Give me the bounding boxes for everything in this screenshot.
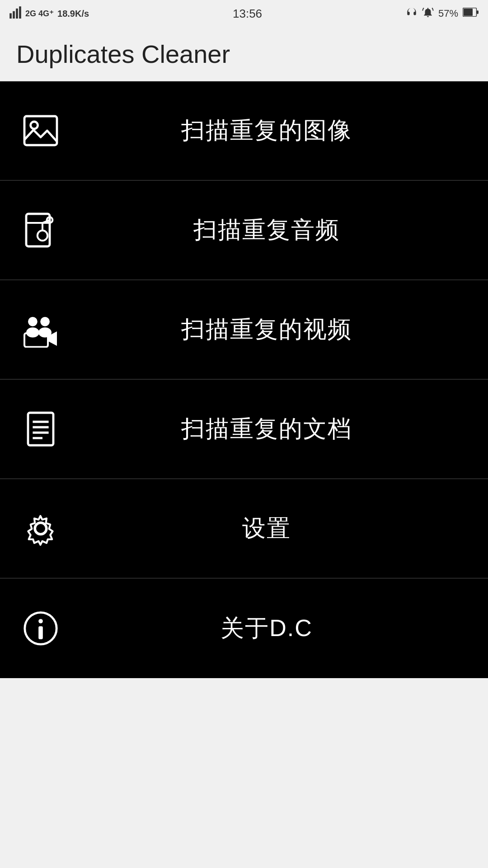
svg-point-26 <box>35 523 47 534</box>
status-bar: 2G 4G⁺ 18.9K/s 13:56 57% <box>0 0 488 27</box>
svg-rect-7 <box>24 116 57 145</box>
scan-docs-item[interactable]: 扫描重复的文档 <box>0 380 488 479</box>
svg-point-11 <box>38 231 47 241</box>
battery-text: 57% <box>438 8 458 19</box>
svg-rect-5 <box>464 9 473 16</box>
page-title: Duplicates Cleaner <box>16 39 230 69</box>
audio-icon <box>18 208 63 253</box>
svg-point-16 <box>28 317 38 326</box>
network-type: 2G 4G⁺ <box>25 9 54 19</box>
scan-video-item[interactable]: 扫描重复的视频 <box>0 280 488 380</box>
clock: 13:56 <box>233 7 262 21</box>
headphone-icon <box>406 6 418 21</box>
svg-rect-6 <box>477 10 479 14</box>
info-icon <box>18 606 63 651</box>
image-icon <box>18 108 63 153</box>
svg-rect-21 <box>28 413 53 445</box>
svg-rect-2 <box>16 9 18 19</box>
svg-rect-0 <box>9 13 12 19</box>
scan-audio-label: 扫描重复音频 <box>63 214 470 246</box>
gear-icon <box>18 506 63 551</box>
settings-label: 设置 <box>63 513 470 544</box>
video-icon <box>18 307 63 352</box>
main-menu: 扫描重复的图像 扫描重复音频 <box>0 81 488 678</box>
svg-rect-1 <box>13 11 15 19</box>
scan-docs-label: 扫描重复的文档 <box>63 413 470 445</box>
title-bar: Duplicates Cleaner <box>0 27 488 81</box>
svg-rect-3 <box>19 6 21 19</box>
speed-text: 18.9K/s <box>57 9 89 19</box>
battery-icon <box>463 8 479 19</box>
alarm-icon <box>422 6 434 21</box>
scan-images-label: 扫描重复的图像 <box>63 115 470 146</box>
scan-audio-item[interactable]: 扫描重复音频 <box>0 181 488 280</box>
about-label: 关于D.C <box>63 613 470 644</box>
system-icons: 57% <box>406 6 479 21</box>
settings-item[interactable]: 设置 <box>0 479 488 579</box>
document-icon <box>18 406 63 452</box>
svg-point-28 <box>38 619 43 623</box>
svg-rect-29 <box>38 626 43 639</box>
signal-icon <box>9 6 22 21</box>
svg-point-18 <box>40 317 50 326</box>
about-item[interactable]: 关于D.C <box>0 579 488 678</box>
scan-images-item[interactable]: 扫描重复的图像 <box>0 81 488 181</box>
signal-info: 2G 4G⁺ 18.9K/s <box>9 6 89 21</box>
scan-video-label: 扫描重复的视频 <box>63 314 470 345</box>
svg-point-8 <box>31 122 38 129</box>
